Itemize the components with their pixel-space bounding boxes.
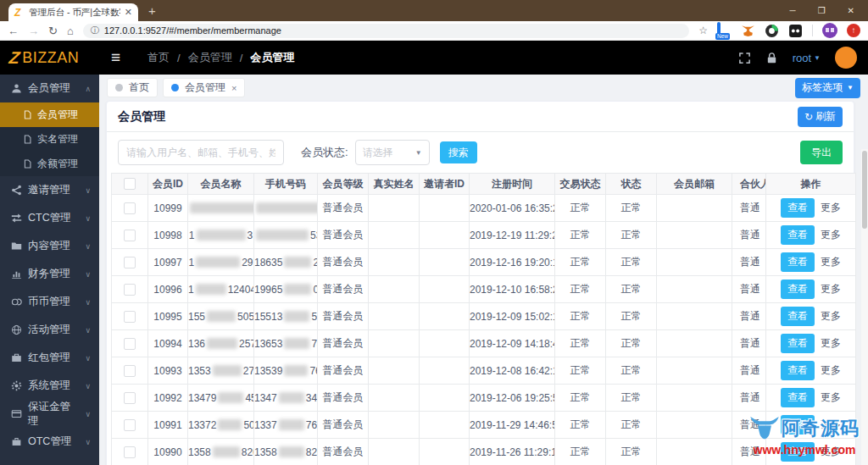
browser-update-icon[interactable]: ↑ xyxy=(847,24,860,37)
more-link[interactable]: 更多 xyxy=(821,446,841,457)
tab-close-icon[interactable]: ✕ xyxy=(125,7,132,18)
browser-tab[interactable]: Z 管理后台 - 币严|全球数字资产交 ✕ xyxy=(8,3,138,21)
more-link[interactable]: 更多 xyxy=(821,337,841,349)
sidebar-subitem-label: 会员管理 xyxy=(37,108,78,122)
more-link[interactable]: 更多 xyxy=(821,229,841,241)
scrollbar[interactable] xyxy=(861,149,868,465)
panel-header: 会员管理 ↻ 刷新 xyxy=(107,102,854,132)
browser-profile-avatar[interactable] xyxy=(822,23,837,38)
more-link[interactable]: 更多 xyxy=(821,418,841,430)
view-button[interactable]: 查看 xyxy=(781,415,815,435)
window-close-button[interactable]: ✕ xyxy=(848,6,854,15)
sidebar-item[interactable]: OTC管理∨ xyxy=(0,428,99,456)
tag-options-button[interactable]: 标签选项 ▼ xyxy=(795,78,860,98)
sidebar-item[interactable]: 邀请管理∨ xyxy=(0,176,99,204)
back-icon[interactable]: ← xyxy=(8,25,19,36)
forward-icon[interactable]: → xyxy=(28,25,39,36)
row-checkbox[interactable] xyxy=(124,338,136,350)
view-button[interactable]: 查看 xyxy=(781,388,815,407)
cell-inviter-id xyxy=(420,249,470,276)
sidebar-item[interactable]: 内容管理∨ xyxy=(0,232,99,260)
file-icon xyxy=(23,159,32,169)
colorwheel-extension-icon[interactable] xyxy=(765,24,779,38)
view-button[interactable]: 查看 xyxy=(781,334,815,353)
sidebar-toggle-icon[interactable]: ≡ xyxy=(111,48,120,67)
sidebar-item[interactable]: 系统管理∨ xyxy=(0,372,99,400)
sidebar-item[interactable]: 会员管理∧ xyxy=(0,75,99,102)
sidebar-item[interactable]: 保证金管理∨ xyxy=(0,400,99,428)
lock-icon[interactable] xyxy=(765,52,778,64)
row-checkbox[interactable] xyxy=(124,230,136,241)
new-tab-button[interactable]: + xyxy=(148,3,156,18)
view-button[interactable]: 查看 xyxy=(781,361,815,380)
more-link[interactable]: 更多 xyxy=(821,256,841,268)
row-checkbox[interactable] xyxy=(124,202,136,214)
url-field[interactable]: ⓘ 127.0.0.1:9527/#/member/membermanage xyxy=(83,24,689,38)
scrollbar-thumb[interactable] xyxy=(862,151,867,229)
more-link[interactable]: 更多 xyxy=(821,283,841,295)
eyes-extension-icon[interactable] xyxy=(788,24,803,38)
window-minimize-button[interactable]: ─ xyxy=(790,6,796,15)
breadcrumb-home[interactable]: 首页 xyxy=(147,50,170,65)
bookmark-star-icon[interactable]: ☆ xyxy=(698,25,708,36)
sidebar-item[interactable]: CTC管理∨ xyxy=(0,204,99,232)
fullscreen-icon[interactable] xyxy=(738,52,751,64)
row-checkbox[interactable] xyxy=(124,419,136,431)
home-icon[interactable]: ⌂ xyxy=(67,25,74,36)
sidebar-item[interactable]: 红包管理∨ xyxy=(0,344,99,372)
table-row: 109971291863529普通会员2019-12-16 19:20:18正常… xyxy=(112,249,856,276)
breadcrumb-section[interactable]: 会员管理 xyxy=(188,50,232,65)
sidebar-item[interactable]: 活动管理∨ xyxy=(0,316,99,344)
search-button[interactable]: 搜索 xyxy=(440,141,477,163)
view-button[interactable]: 查看 xyxy=(781,225,815,245)
cell-select xyxy=(112,330,148,357)
status-select[interactable]: 请选择 ▼ xyxy=(355,140,430,165)
cell-trade-status: 正常 xyxy=(555,303,606,330)
more-link[interactable]: 更多 xyxy=(821,364,841,376)
export-button[interactable]: 导出 xyxy=(800,141,843,164)
close-icon[interactable]: × xyxy=(231,83,236,93)
chevron-down-icon: ∨ xyxy=(85,326,91,335)
refresh-button[interactable]: ↻ 刷新 xyxy=(798,107,843,127)
redacted-suffix: 29 xyxy=(242,257,253,268)
sidebar-subitem[interactable]: 余额管理 xyxy=(0,152,99,176)
search-input[interactable] xyxy=(118,140,284,165)
metamask-extension-icon[interactable] xyxy=(741,24,755,38)
user-menu[interactable]: root ▼ xyxy=(793,52,821,64)
more-link[interactable]: 更多 xyxy=(821,391,841,403)
redacted-suffix: 345 xyxy=(306,392,318,404)
view-button[interactable]: 查看 xyxy=(781,280,815,299)
brand-logo[interactable]: Z BIZZAN xyxy=(0,48,99,68)
select-all-checkbox[interactable] xyxy=(124,178,136,190)
sidebar-subitem[interactable]: 实名管理 xyxy=(0,127,99,152)
row-checkbox[interactable] xyxy=(124,257,136,268)
tag-chip[interactable]: 首页 xyxy=(107,78,158,97)
reload-icon[interactable]: ↻ xyxy=(48,25,58,36)
redacted-prefix: 1 xyxy=(189,230,195,241)
cell-status: 正常 xyxy=(606,385,657,412)
more-link[interactable]: 更多 xyxy=(821,202,841,213)
sidebar-item-label: 邀请管理 xyxy=(28,183,70,197)
tag-chip[interactable]: 会员管理× xyxy=(163,78,245,97)
new-extension-icon[interactable]: New xyxy=(717,24,732,38)
row-checkbox[interactable] xyxy=(124,284,136,296)
sidebar-subitem[interactable]: 会员管理 xyxy=(0,102,99,127)
site-info-icon[interactable]: ⓘ xyxy=(91,25,99,36)
row-checkbox[interactable] xyxy=(124,365,136,377)
cell-real-name xyxy=(369,357,420,385)
row-checkbox[interactable] xyxy=(124,392,136,404)
view-button[interactable]: 查看 xyxy=(781,442,815,462)
redacted-suffix: 53 xyxy=(310,230,318,241)
redacted-prefix: 13539 xyxy=(254,365,282,377)
row-checkbox[interactable] xyxy=(124,311,136,323)
view-button[interactable]: 查看 xyxy=(781,198,815,218)
redacted-suffix: 04 xyxy=(313,284,317,296)
window-maximize-button[interactable]: ❐ xyxy=(818,6,826,15)
more-link[interactable]: 更多 xyxy=(821,310,841,322)
sidebar-item[interactable]: 币币管理∨ xyxy=(0,288,99,316)
view-button[interactable]: 查看 xyxy=(781,252,815,272)
row-checkbox[interactable] xyxy=(124,446,136,458)
sidebar-item[interactable]: 财务管理∨ xyxy=(0,260,99,288)
user-avatar[interactable] xyxy=(835,47,857,69)
view-button[interactable]: 查看 xyxy=(781,307,815,326)
